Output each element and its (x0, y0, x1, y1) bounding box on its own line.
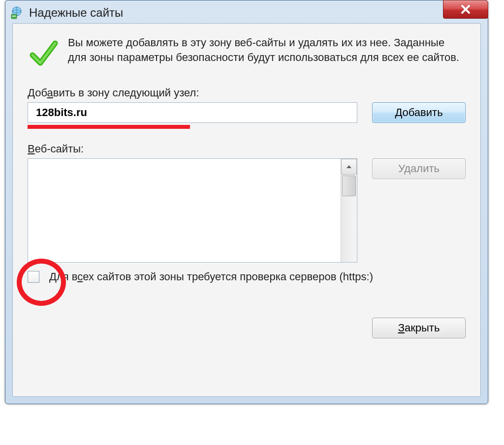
close-icon (460, 3, 472, 15)
dialog-description: Вы можете добавлять в эту зону веб-сайты… (68, 35, 466, 64)
add-button[interactable]: Добавить (372, 102, 466, 123)
dialog-body: Вы можете добавлять в эту зону веб-сайты… (12, 23, 481, 397)
checkmark-icon (28, 38, 59, 72)
remove-button: Удалить (372, 158, 466, 179)
site-url-input[interactable] (28, 102, 357, 123)
annotation-underline (28, 125, 190, 129)
sites-list-label: Веб-сайты: (28, 143, 466, 155)
add-input-label: Добавить в зону следующий узел: (28, 87, 466, 99)
sites-listbox[interactable] (28, 158, 357, 263)
trusted-sites-icon (10, 6, 23, 19)
scroll-up-button[interactable] (341, 159, 357, 175)
scroll-thumb[interactable] (342, 176, 356, 196)
close-window-button[interactable] (443, 0, 488, 19)
scrollbar (341, 159, 357, 262)
titlebar: Надежные сайты (5, 0, 488, 23)
https-required-checkbox[interactable] (28, 271, 39, 283)
trusted-sites-dialog: Надежные сайты Вы можете добавлять в эту… (5, 0, 488, 404)
chevron-up-icon (346, 165, 352, 169)
https-required-label: Для всех сайтов этой зоны требуется пров… (49, 270, 373, 283)
close-button[interactable]: Закрыть (372, 318, 466, 338)
window-title: Надежные сайты (29, 6, 123, 20)
svg-rect-2 (12, 16, 16, 17)
